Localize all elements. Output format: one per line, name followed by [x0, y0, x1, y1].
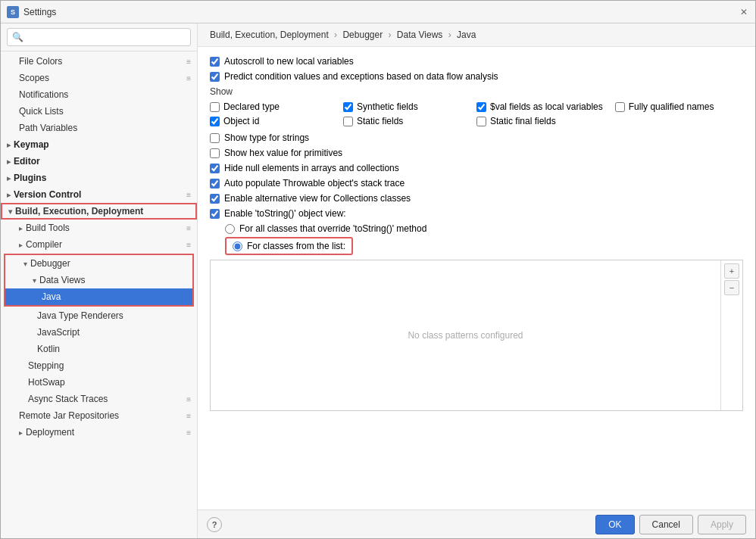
help-button[interactable]: ? [207, 517, 222, 532]
show-type-strings-row: Show type for strings [210, 132, 743, 143]
search-input[interactable] [7, 28, 191, 46]
hide-null-checkbox[interactable] [210, 164, 220, 173]
hide-null-row: Hide null elements in arrays and collect… [210, 163, 743, 173]
for-classes-list-radio[interactable] [233, 241, 242, 251]
title-bar: S Settings ✕ [1, 1, 755, 23]
sidebar-item-javascript[interactable]: JavaScript [1, 324, 197, 341]
object-id-label: Object id [223, 116, 259, 126]
show-static-fields: Static fields [343, 116, 464, 126]
for-classes-list-label: For classes from the list: [247, 241, 345, 251]
sidebar-item-file-colors[interactable]: File Colors ≡ [1, 53, 197, 70]
sidebar-item-deployment[interactable]: Deployment ≡ [1, 424, 197, 441]
show-hex-label: Show hex value for primitives [224, 148, 342, 158]
bottom-right: OK Cancel Apply [595, 515, 746, 534]
enable-tostring-checkbox[interactable] [210, 209, 220, 219]
sidebar-section: File Colors ≡ Scopes ≡ Notifications Qui… [1, 51, 197, 442]
autoscroll-checkbox[interactable] [210, 57, 220, 67]
file-colors-icon: ≡ [186, 58, 191, 66]
synthetic-fields-label: Synthetic fields [357, 101, 418, 112]
static-fields-label: Static fields [357, 116, 403, 126]
sidebar-item-editor[interactable]: Editor [1, 153, 197, 170]
sidebar-item-notifications[interactable]: Notifications [1, 86, 197, 103]
synthetic-fields-checkbox[interactable] [343, 102, 353, 112]
version-control-icon: ≡ [186, 191, 191, 199]
for-all-classes-label: For all classes that override 'toString(… [239, 223, 426, 234]
show-type-strings-label: Show type for strings [224, 132, 309, 143]
show-synthetic-fields: Synthetic fields [343, 101, 464, 112]
sidebar-item-kotlin[interactable]: Kotlin [1, 341, 197, 357]
settings-window: S Settings ✕ File Colors ≡ Scopes ≡ [0, 0, 756, 539]
bottom-left: ? [207, 517, 222, 532]
show-fully-qualified: Fully qualified names [615, 101, 736, 112]
val-fields-checkbox[interactable] [476, 102, 486, 112]
static-final-fields-label: Static final fields [490, 116, 556, 126]
sidebar-item-quick-lists[interactable]: Quick Lists [1, 103, 197, 120]
sidebar-item-debugger[interactable]: Debugger [5, 255, 192, 272]
predict-label: Predict condition values and exceptions … [224, 71, 498, 82]
sidebar-item-stepping[interactable]: Stepping [1, 357, 197, 374]
declared-type-checkbox[interactable] [210, 102, 220, 112]
for-classes-box: For classes from the list: [225, 237, 353, 255]
enable-alternative-row: Enable alternative view for Collections … [210, 193, 743, 204]
main-content: File Colors ≡ Scopes ≡ Notifications Qui… [1, 23, 755, 538]
enable-alternative-label: Enable alternative view for Collections … [224, 193, 411, 204]
show-declared-type: Declared type [210, 101, 331, 112]
ok-button[interactable]: OK [595, 515, 634, 534]
sidebar-item-build-execution-deployment[interactable]: Build, Execution, Deployment [1, 203, 197, 220]
class-list-buttons: + − [720, 260, 742, 410]
fully-qualified-checkbox[interactable] [615, 102, 625, 112]
class-list-area: No class patterns configured + − [210, 260, 743, 411]
sidebar-item-data-views[interactable]: Data Views [5, 272, 192, 288]
hide-null-label: Hide null elements in arrays and collect… [224, 163, 399, 173]
show-hex-row: Show hex value for primitives [210, 148, 743, 158]
build-tools-icon: ≡ [186, 224, 191, 232]
predict-row: Predict condition values and exceptions … [210, 71, 743, 82]
sidebar: File Colors ≡ Scopes ≡ Notifications Qui… [1, 23, 198, 538]
async-icon: ≡ [186, 395, 191, 403]
cancel-button[interactable]: Cancel [639, 515, 693, 534]
auto-populate-checkbox[interactable] [210, 179, 220, 188]
enable-tostring-label: Enable 'toString()' object view: [224, 208, 346, 219]
apply-button[interactable]: Apply [698, 515, 746, 534]
show-type-strings-checkbox[interactable] [210, 133, 220, 143]
window-title: Settings [23, 7, 56, 17]
close-button[interactable]: ✕ [739, 7, 749, 17]
auto-populate-label: Auto populate Throwable object's stack t… [224, 178, 405, 188]
sidebar-item-path-variables[interactable]: Path Variables [1, 120, 197, 136]
compiler-icon: ≡ [186, 241, 191, 249]
sidebar-item-keymap[interactable]: Keymap [1, 136, 197, 153]
add-class-button[interactable]: + [724, 263, 739, 279]
search-box [1, 23, 197, 51]
auto-populate-row: Auto populate Throwable object's stack t… [210, 178, 743, 188]
settings-panel: Autoscroll to new local variables Predic… [198, 47, 755, 509]
val-fields-label: $val fields as local variables [490, 101, 603, 112]
sidebar-item-scopes[interactable]: Scopes ≡ [1, 70, 197, 86]
declared-type-label: Declared type [223, 101, 280, 112]
sidebar-item-compiler[interactable]: Compiler ≡ [1, 236, 197, 253]
deployment-icon: ≡ [186, 428, 191, 437]
sidebar-item-hotswap[interactable]: HotSwap [1, 374, 197, 391]
app-icon: S [7, 6, 19, 18]
breadcrumb: Build, Execution, Deployment › Debugger … [198, 23, 755, 47]
object-id-checkbox[interactable] [210, 117, 220, 126]
scopes-icon: ≡ [186, 74, 191, 83]
sidebar-item-build-tools[interactable]: Build Tools ≡ [1, 220, 197, 236]
for-all-classes-radio[interactable] [225, 224, 235, 234]
show-hex-checkbox[interactable] [210, 148, 220, 158]
predict-checkbox[interactable] [210, 72, 220, 82]
remote-icon: ≡ [186, 412, 191, 420]
show-static-final-fields: Static final fields [476, 116, 598, 126]
sidebar-item-plugins[interactable]: Plugins [1, 170, 197, 186]
for-all-classes-option: For all classes that override 'toString(… [225, 223, 743, 234]
no-class-patterns: No class patterns configured [211, 260, 720, 410]
sidebar-item-async-stack-traces[interactable]: Async Stack Traces ≡ [1, 391, 197, 407]
sidebar-item-java[interactable]: Java [5, 288, 192, 305]
enable-alternative-checkbox[interactable] [210, 194, 220, 204]
remove-class-button[interactable]: − [724, 280, 739, 295]
sidebar-item-java-type-renderers[interactable]: Java Type Renderers [1, 307, 197, 324]
static-fields-checkbox[interactable] [343, 117, 353, 126]
static-final-fields-checkbox[interactable] [476, 117, 486, 126]
sidebar-item-version-control[interactable]: Version Control ≡ [1, 186, 197, 203]
enable-tostring-row: Enable 'toString()' object view: [210, 208, 743, 219]
sidebar-item-remote-jar-repositories[interactable]: Remote Jar Repositories ≡ [1, 407, 197, 424]
